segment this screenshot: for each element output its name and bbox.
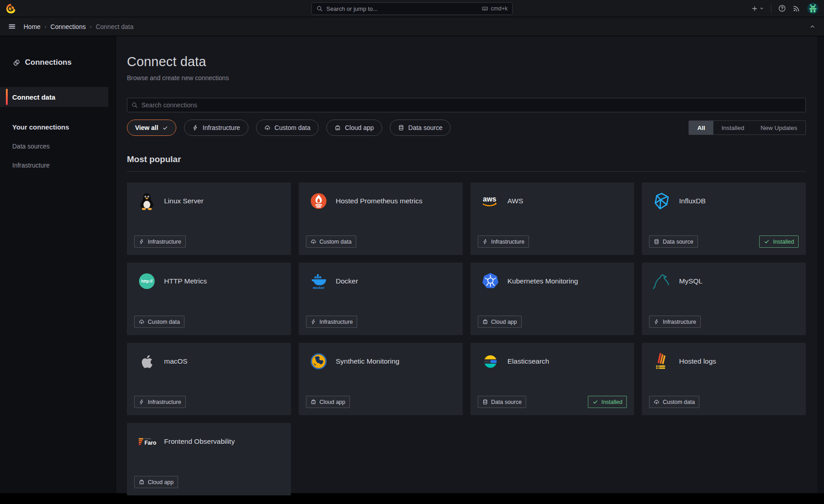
db-icon bbox=[482, 399, 488, 405]
connection-card-macos[interactable]: macOS Infrastructure bbox=[127, 343, 291, 415]
sidebar-title: Connections bbox=[25, 58, 72, 67]
scrollbar-gutter[interactable] bbox=[817, 36, 824, 493]
aws-logo: aws bbox=[481, 192, 500, 211]
search-shortcut: cmd+k bbox=[482, 5, 508, 12]
connection-card-frontend-observability[interactable]: GrafanaFaro Frontend Observability Cloud… bbox=[127, 423, 291, 495]
breadcrumb-item-connections[interactable]: Connections bbox=[50, 23, 86, 30]
connection-card-mysql[interactable]: MySQL Infrastructure bbox=[642, 263, 806, 335]
card-title: macOS bbox=[164, 357, 188, 365]
bolt-icon bbox=[192, 125, 199, 131]
filter-chip-cloud-app[interactable]: Cloud app bbox=[326, 120, 382, 136]
category-badge: Cloud app bbox=[306, 396, 350, 408]
connections-card-grid: Linux Server Infrastructure Hosted Prome… bbox=[127, 182, 806, 495]
connection-card-hosted-prometheus-metrics[interactable]: Hosted Prometheus metrics Custom data bbox=[299, 182, 463, 255]
elasticsearch-logo bbox=[481, 352, 500, 371]
category-label: Infrastructure bbox=[148, 399, 181, 405]
connection-card-aws[interactable]: aws AWS Infrastructure bbox=[470, 182, 635, 255]
cloudup-icon bbox=[139, 319, 145, 325]
global-search-input[interactable]: Search or jump to... cmd+k bbox=[311, 2, 513, 15]
card-title: Hosted Prometheus metrics bbox=[336, 197, 422, 205]
category-badge: Custom data bbox=[649, 396, 699, 408]
card-header: Linux Server bbox=[127, 182, 291, 211]
card-title: Elasticsearch bbox=[508, 357, 549, 365]
connection-card-influxdb[interactable]: InfluxDB Data source Installed bbox=[642, 182, 806, 255]
installed-badge: Installed bbox=[588, 396, 627, 408]
connection-card-elasticsearch[interactable]: Elasticsearch Data source Installed bbox=[470, 343, 635, 415]
tab-installed[interactable]: Installed bbox=[713, 121, 752, 134]
tab-all[interactable]: All bbox=[689, 121, 713, 134]
check-icon bbox=[592, 399, 598, 405]
filter-chip-data-source[interactable]: Data source bbox=[390, 120, 451, 136]
card-badges: Infrastructure bbox=[134, 235, 284, 248]
new-button[interactable] bbox=[751, 5, 764, 12]
view-all-filter-button[interactable]: View all bbox=[127, 120, 176, 136]
card-title: Frontend Observability bbox=[164, 437, 235, 446]
connection-card-hosted-logs[interactable]: Hosted logs Custom data bbox=[642, 343, 806, 415]
connection-card-synthetic-monitoring[interactable]: Synthetic Monitoring Cloud app bbox=[299, 343, 463, 415]
install-state-tabs: AllInstalledNew Updates bbox=[688, 120, 806, 135]
apps-icon bbox=[139, 479, 145, 485]
installed-label: Installed bbox=[773, 239, 794, 245]
sidebar-link-data-sources[interactable]: Data sources bbox=[0, 143, 116, 150]
connections-search-input[interactable] bbox=[141, 101, 801, 109]
card-badges: Infrastructure bbox=[649, 316, 799, 328]
menu-toggle-icon[interactable] bbox=[8, 23, 16, 30]
chip-label: Infrastructure bbox=[203, 124, 240, 131]
connection-card-docker[interactable]: docker Docker Infrastructure bbox=[299, 263, 463, 335]
grafana-logo[interactable] bbox=[5, 3, 16, 14]
card-header: aws AWS bbox=[470, 182, 635, 211]
collapse-caret-up-icon[interactable] bbox=[809, 23, 816, 30]
chip-label: Cloud app bbox=[345, 124, 374, 131]
card-badges: Custom data bbox=[649, 396, 799, 408]
category-badge: Data source bbox=[649, 235, 698, 248]
card-header: http:// HTTP Metrics bbox=[127, 263, 291, 291]
card-header: Kubernetes Monitoring bbox=[470, 263, 635, 291]
tab-new-updates[interactable]: New Updates bbox=[752, 121, 805, 134]
sidebar-item-connect-data[interactable]: Connect data bbox=[0, 87, 108, 107]
page-title: Connect data bbox=[127, 54, 806, 69]
db-icon bbox=[398, 125, 404, 131]
sidebar-link-infrastructure[interactable]: Infrastructure bbox=[0, 162, 116, 169]
plus-icon bbox=[751, 5, 758, 12]
news-rss-icon[interactable] bbox=[793, 5, 800, 12]
sidebar-section-your-connections: Your connections bbox=[0, 123, 116, 131]
bolt-icon bbox=[654, 319, 659, 325]
bolt-icon bbox=[139, 399, 145, 405]
check-icon bbox=[162, 125, 168, 131]
check-icon bbox=[764, 239, 770, 245]
category-label: Custom data bbox=[320, 239, 352, 245]
card-badges: Infrastructure bbox=[306, 316, 456, 328]
filter-chip-infrastructure[interactable]: Infrastructure bbox=[184, 120, 248, 136]
category-label: Cloud app bbox=[320, 399, 345, 405]
docker-logo: docker bbox=[309, 272, 328, 291]
connections-sidebar: Connections Connect data Your connection… bbox=[0, 36, 116, 493]
card-header: Hosted logs bbox=[642, 343, 806, 371]
cloudup-icon bbox=[654, 399, 659, 405]
category-badge: Infrastructure bbox=[134, 235, 186, 248]
category-badge: Data source bbox=[478, 396, 526, 408]
breadcrumb-bar: Home›Connections›Connect data bbox=[0, 17, 824, 36]
connection-card-http-metrics[interactable]: http:// HTTP Metrics Custom data bbox=[127, 263, 291, 335]
search-icon bbox=[131, 102, 138, 108]
svg-text:http://: http:// bbox=[141, 279, 153, 283]
filter-chip-custom-data[interactable]: Custom data bbox=[256, 120, 319, 136]
influxdb-logo bbox=[652, 192, 671, 211]
card-header: Synthetic Monitoring bbox=[299, 343, 463, 371]
connection-card-linux-server[interactable]: Linux Server Infrastructure bbox=[127, 182, 291, 255]
connection-card-kubernetes-monitoring[interactable]: Kubernetes Monitoring Cloud app bbox=[470, 263, 635, 335]
help-icon[interactable] bbox=[778, 5, 786, 12]
faro-logo: GrafanaFaro bbox=[137, 432, 156, 451]
prometheus-logo bbox=[309, 192, 328, 211]
category-label: Custom data bbox=[663, 399, 695, 405]
apps-icon bbox=[310, 399, 316, 405]
user-avatar[interactable] bbox=[807, 3, 819, 14]
breadcrumb-item-home[interactable]: Home bbox=[24, 23, 40, 30]
category-badge: Custom data bbox=[134, 316, 184, 328]
card-header: docker Docker bbox=[299, 263, 463, 291]
bolt-icon bbox=[482, 239, 488, 245]
category-label: Cloud app bbox=[491, 319, 517, 325]
avatar-pixel-art bbox=[807, 3, 819, 14]
card-badges: Cloud app bbox=[134, 476, 284, 488]
card-header: Elasticsearch bbox=[470, 343, 635, 371]
section-divider bbox=[127, 171, 806, 172]
